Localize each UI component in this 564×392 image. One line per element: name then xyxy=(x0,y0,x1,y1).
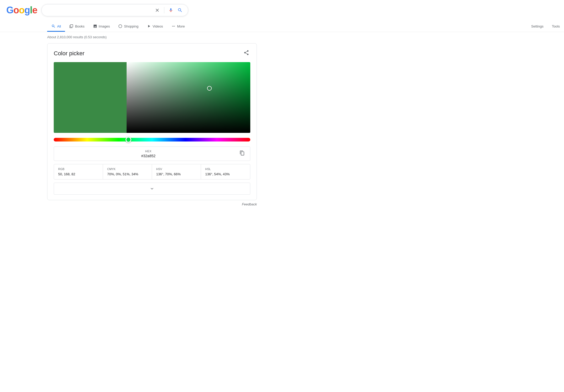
gradient-black-overlay xyxy=(127,62,251,133)
results-info: About 2,810,000 results (0.53 seconds) xyxy=(0,32,564,41)
copy-button[interactable] xyxy=(238,149,246,158)
search-input[interactable]: rgb color picker xyxy=(46,8,151,13)
google-logo[interactable]: Google xyxy=(6,5,37,16)
nav-tabs: All Books Images Shopping Videos More Se… xyxy=(0,19,564,32)
tab-shopping-label: Shopping xyxy=(124,24,138,28)
color-picker-card: Color picker HEX xyxy=(47,43,257,200)
hsv-label: HSV xyxy=(156,167,197,171)
hex-value: #32a852 xyxy=(141,154,156,158)
share-icon xyxy=(243,50,249,56)
cmyk-value: 70%, 0%, 51%, 34% xyxy=(107,172,148,176)
search-tab-icon xyxy=(51,24,56,28)
tab-shopping[interactable]: Shopping xyxy=(114,21,143,32)
rgb-label: RGB xyxy=(58,167,99,171)
cmyk-label: CMYK xyxy=(107,167,148,171)
rgb-value: 50, 168, 82 xyxy=(58,172,99,176)
divider xyxy=(164,7,164,13)
videos-tab-icon xyxy=(147,24,151,28)
nav-settings-group: Settings Tools xyxy=(527,22,564,32)
share-button[interactable] xyxy=(242,49,250,58)
hue-slider-container[interactable] xyxy=(54,137,250,142)
header: Google rgb color picker xyxy=(0,0,564,16)
search-bar: rgb color picker xyxy=(41,4,188,16)
tools-button[interactable]: Tools xyxy=(548,22,564,32)
tab-books-label: Books xyxy=(75,24,84,28)
tab-all-label: All xyxy=(57,24,61,28)
hsl-cell: HSL 136°, 54%, 43% xyxy=(201,164,250,179)
hsv-cell: HSV 136°, 70%, 66% xyxy=(152,164,201,179)
color-picker-area[interactable] xyxy=(54,62,250,133)
hex-display: HEX #32a852 xyxy=(54,146,250,161)
hsl-value: 136°, 54%, 43% xyxy=(205,172,246,176)
images-tab-icon xyxy=(93,24,97,28)
tab-all[interactable]: All xyxy=(47,21,65,32)
card-header: Color picker xyxy=(54,49,250,58)
hsl-label: HSL xyxy=(205,167,246,171)
shopping-tab-icon xyxy=(118,24,122,28)
copy-icon xyxy=(240,150,245,156)
color-swatch xyxy=(54,62,127,133)
hsv-value: 136°, 70%, 66% xyxy=(156,172,197,176)
hex-label-group: HEX #32a852 xyxy=(58,150,238,158)
books-tab-icon xyxy=(69,24,73,28)
tab-images[interactable]: Images xyxy=(89,21,114,32)
search-button[interactable] xyxy=(176,7,184,14)
settings-button[interactable]: Settings xyxy=(527,22,548,32)
tab-more-label: More xyxy=(177,24,185,28)
tab-videos-label: Videos xyxy=(153,24,163,28)
cmyk-cell: CMYK 70%, 0%, 51%, 34% xyxy=(103,164,152,179)
hue-track[interactable] xyxy=(54,138,250,141)
tab-more[interactable]: More xyxy=(167,21,189,32)
hue-thumb[interactable] xyxy=(126,137,131,143)
feedback-link[interactable]: Feedback xyxy=(242,202,257,206)
card-container: Color picker HEX xyxy=(0,43,564,200)
clear-button[interactable] xyxy=(154,7,161,14)
feedback-area: Feedback xyxy=(0,200,257,208)
voice-search-button[interactable] xyxy=(167,7,174,14)
card-title: Color picker xyxy=(54,50,84,57)
expand-section[interactable] xyxy=(54,183,250,195)
chevron-down-icon xyxy=(149,186,155,191)
tab-images-label: Images xyxy=(99,24,110,28)
color-values: RGB 50, 168, 82 CMYK 70%, 0%, 51%, 34% H… xyxy=(54,164,250,179)
tab-books[interactable]: Books xyxy=(65,21,89,32)
rgb-cell: RGB 50, 168, 82 xyxy=(54,164,103,179)
gradient-area[interactable] xyxy=(127,62,251,133)
more-tab-icon xyxy=(171,24,176,28)
hex-label: HEX xyxy=(145,150,151,153)
tab-videos[interactable]: Videos xyxy=(143,21,167,32)
